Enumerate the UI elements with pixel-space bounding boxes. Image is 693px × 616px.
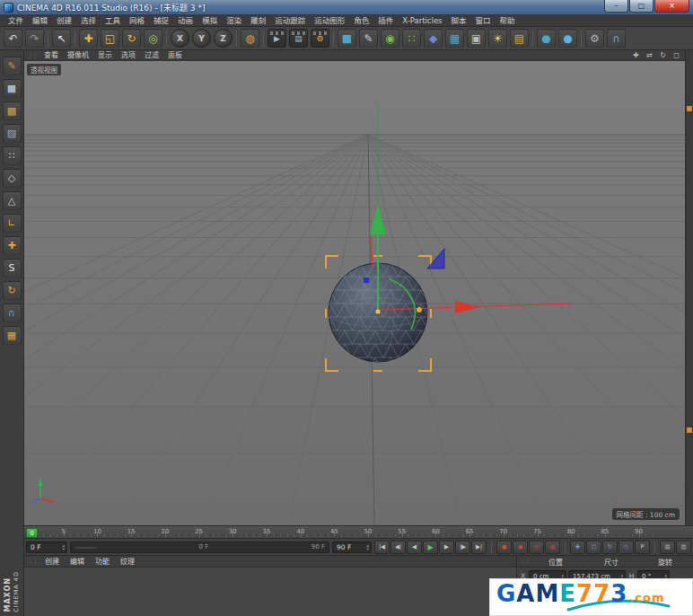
- texture-mode-button[interactable]: ▩: [3, 101, 22, 120]
- pan-view-icon[interactable]: ✚: [630, 50, 642, 60]
- menu-item[interactable]: 窗口: [471, 15, 496, 27]
- scale-keys-toggle[interactable]: ◱: [586, 541, 601, 554]
- viewport-3d-scene[interactable]: [24, 61, 685, 525]
- menu-item[interactable]: 动画: [173, 15, 197, 27]
- menu-item[interactable]: 脚本: [447, 15, 471, 27]
- record-keyframe-button[interactable]: ●: [496, 541, 512, 554]
- redo-button[interactable]: ↷: [25, 29, 44, 48]
- keyframe-presets-button[interactable]: ◍: [545, 541, 560, 554]
- rotate-view-icon[interactable]: ↻: [657, 50, 669, 60]
- prev-key-button[interactable]: ◀|: [390, 541, 406, 554]
- panel-grip-icon[interactable]: ⋮⋮: [520, 556, 531, 567]
- add-array-button[interactable]: ∷: [402, 29, 421, 48]
- menu-item[interactable]: 渲染: [222, 15, 246, 27]
- spinner-down-icon[interactable]: ▾: [62, 547, 65, 550]
- menu-item[interactable]: 雕刻: [246, 15, 270, 27]
- menu-item[interactable]: 帮助: [496, 15, 520, 27]
- axis-mode-button[interactable]: ∟: [3, 214, 22, 233]
- add-light-button[interactable]: ☀: [488, 29, 507, 48]
- menu-item[interactable]: 工具: [101, 15, 125, 27]
- autokey-button[interactable]: ◉: [513, 541, 528, 554]
- material-menu-item[interactable]: 纹理: [115, 556, 140, 568]
- current-frame-field[interactable]: 0 F ▴▾: [26, 541, 67, 553]
- render-picture-viewer-button[interactable]: ▤: [289, 29, 308, 48]
- material-menu-item[interactable]: 功能: [90, 556, 115, 568]
- object-axis-button[interactable]: ✚: [3, 236, 22, 255]
- add-environment-button[interactable]: ▤: [510, 29, 529, 48]
- add-cube-button[interactable]: ■: [338, 29, 356, 48]
- polygons-mode-button[interactable]: △: [3, 191, 22, 210]
- goto-end-button[interactable]: ▶|: [471, 541, 487, 554]
- magnet-snap-button[interactable]: ∩: [3, 304, 22, 322]
- render-view-button[interactable]: ▶: [268, 29, 286, 48]
- pla-keys-toggle[interactable]: P: [635, 541, 650, 554]
- rotate-tool[interactable]: ↻: [122, 29, 141, 48]
- maximize-button[interactable]: □: [629, 0, 654, 13]
- workplane-snap-button[interactable]: ▦: [3, 326, 22, 345]
- live-selection-tool[interactable]: ↖: [52, 29, 71, 48]
- x-band-handle[interactable]: [417, 307, 422, 312]
- rotation-keys-toggle[interactable]: ↻: [602, 541, 618, 554]
- menu-item[interactable]: X-Particles: [398, 15, 446, 27]
- viewport-view-label[interactable]: 透视视图: [27, 64, 61, 75]
- menu-item[interactable]: 模拟: [197, 15, 222, 27]
- quantize-toggle-button[interactable]: ↻: [3, 281, 22, 300]
- menu-item[interactable]: 创建: [52, 15, 76, 27]
- add-physical-sky-button[interactable]: ●: [558, 29, 577, 48]
- material-menu-item[interactable]: 编辑: [65, 556, 90, 568]
- timeline-range-slider[interactable]: 0 F 90 F: [70, 541, 329, 553]
- lock-x-axis-button[interactable]: X: [171, 29, 189, 48]
- coordinate-system-button[interactable]: ◍: [241, 29, 259, 48]
- last-used-tool[interactable]: ◎: [144, 29, 162, 48]
- scale-tool[interactable]: ◱: [101, 29, 119, 48]
- viewport-menu-item[interactable]: 面板: [163, 50, 187, 61]
- snap-toggle-button[interactable]: S: [3, 259, 22, 277]
- workplane-mode-button[interactable]: ▨: [3, 124, 22, 143]
- menu-item[interactable]: 网格: [125, 15, 149, 27]
- right-strip-icon[interactable]: [687, 427, 692, 433]
- z-axis-handle[interactable]: [364, 277, 369, 283]
- render-settings-button[interactable]: ⚙: [311, 29, 329, 48]
- add-spline-button[interactable]: ✎: [359, 29, 378, 48]
- viewport-menu-item[interactable]: 选项: [117, 50, 140, 61]
- record-selection-button[interactable]: ◎: [529, 541, 544, 554]
- menu-item[interactable]: 编辑: [28, 15, 52, 27]
- menu-item[interactable]: 捕捉: [149, 15, 173, 27]
- add-sky-button[interactable]: ●: [537, 29, 556, 48]
- add-camera-button[interactable]: ▣: [467, 29, 486, 48]
- viewport-menu-item[interactable]: 显示: [93, 50, 117, 61]
- undo-button[interactable]: ↶: [4, 29, 22, 48]
- material-list[interactable]: [24, 568, 516, 616]
- menu-item[interactable]: 运动图形: [310, 15, 349, 27]
- goto-start-button[interactable]: |◀: [374, 541, 390, 554]
- add-deformer-button[interactable]: ◆: [424, 29, 443, 48]
- close-button[interactable]: ×: [654, 0, 689, 13]
- field-spinner[interactable]: ▴▾: [366, 543, 369, 550]
- edges-mode-button[interactable]: ◇: [3, 169, 22, 188]
- next-key-button[interactable]: |▶: [455, 541, 470, 554]
- menu-item[interactable]: 文件: [4, 15, 28, 27]
- current-frame-marker[interactable]: 0: [26, 528, 38, 538]
- modeling-settings-button[interactable]: ⚙: [585, 29, 604, 48]
- lock-y-axis-button[interactable]: Y: [192, 29, 211, 48]
- lock-z-axis-button[interactable]: Z: [214, 29, 232, 48]
- model-mode-button[interactable]: ■: [3, 79, 22, 98]
- material-menu-item[interactable]: 创建: [39, 556, 65, 568]
- viewport-canvas[interactable]: 透视视图 网格间距 : 100 cm: [24, 61, 685, 525]
- right-panel-strip[interactable]: [685, 50, 693, 525]
- prev-frame-button[interactable]: ◀: [407, 541, 422, 554]
- zoom-view-icon[interactable]: ⇄: [644, 50, 655, 60]
- toggle-view-icon[interactable]: ◻: [671, 50, 682, 60]
- menu-item[interactable]: 角色: [349, 15, 373, 27]
- gizmo-origin[interactable]: [376, 310, 381, 314]
- next-frame-button[interactable]: ▶: [439, 541, 454, 554]
- add-floor-button[interactable]: ▦: [445, 29, 464, 48]
- right-strip-icon[interactable]: [687, 106, 692, 111]
- end-frame-field[interactable]: 90 F ▴▾: [332, 541, 372, 553]
- spinner-down-icon[interactable]: ▾: [366, 547, 369, 550]
- parameter-keys-toggle[interactable]: ◇: [618, 541, 634, 554]
- make-editable-button[interactable]: ✎: [3, 57, 22, 75]
- viewport-menu-item[interactable]: 过滤: [140, 50, 163, 61]
- menu-item[interactable]: 插件: [373, 15, 398, 27]
- timeline-ruler[interactable]: 51015202530354045505560657075808590 0: [24, 525, 693, 539]
